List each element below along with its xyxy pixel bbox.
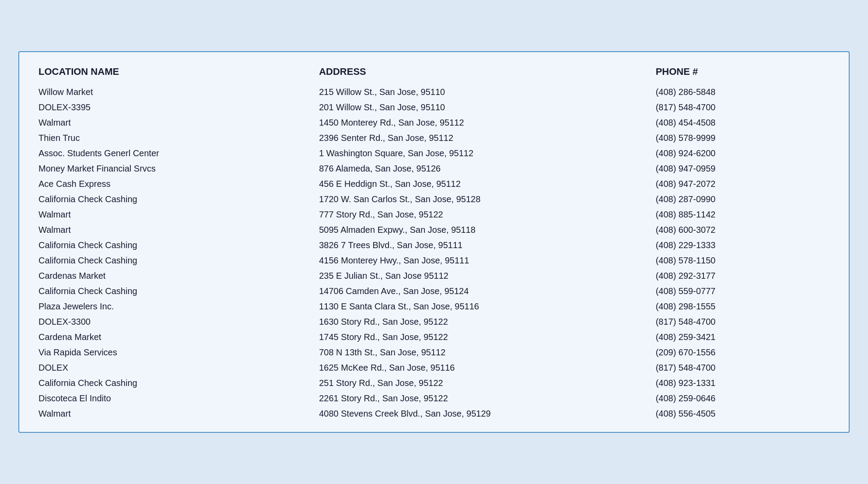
table-row: Assoc. Students Generl Center1 Washingto… (33, 146, 835, 161)
table-row: Walmart777 Story Rd., San Jose, 95122(40… (33, 207, 835, 222)
cell-phone: (817) 548-4700 (651, 314, 835, 330)
cell-location-name: California Check Cashing (33, 284, 314, 299)
cell-address: 1745 Story Rd., San Jose, 95122 (314, 330, 650, 345)
cell-phone: (408) 556-4505 (651, 406, 835, 421)
cell-address: 201 Willow St., San Jose, 95110 (314, 100, 650, 115)
table-row: Cardenas Market235 E Julian St., San Jos… (33, 268, 835, 284)
cell-location-name: DOLEX-3300 (33, 314, 314, 330)
cell-phone: (408) 578-9999 (651, 130, 835, 146)
cell-location-name: Walmart (33, 222, 314, 238)
cell-location-name: Plaza Jewelers Inc. (33, 299, 314, 314)
locations-table-container: LOCATION NAME ADDRESS PHONE # Willow Mar… (18, 51, 850, 433)
table-row: Via Rapida Services708 N 13th St., San J… (33, 345, 835, 360)
table-row: Money Market Financial Srvcs876 Alameda,… (33, 161, 835, 176)
cell-phone: (408) 298-1555 (651, 299, 835, 314)
cell-address: 4080 Stevens Creek Blvd., San Jose, 9512… (314, 406, 650, 421)
table-header-row: LOCATION NAME ADDRESS PHONE # (33, 63, 835, 84)
table-body: Willow Market215 Willow St., San Jose, 9… (33, 84, 835, 421)
cell-address: 1720 W. San Carlos St., San Jose, 95128 (314, 192, 650, 207)
table-row: DOLEX-33001630 Story Rd., San Jose, 9512… (33, 314, 835, 330)
cell-location-name: California Check Cashing (33, 238, 314, 253)
cell-location-name: Walmart (33, 115, 314, 130)
cell-address: 215 Willow St., San Jose, 95110 (314, 84, 650, 100)
cell-phone: (408) 259-3421 (651, 330, 835, 345)
table-row: Willow Market215 Willow St., San Jose, 9… (33, 84, 835, 100)
cell-address: 235 E Julian St., San Jose 95112 (314, 268, 650, 284)
cell-phone: (408) 559-0777 (651, 284, 835, 299)
cell-address: 876 Alameda, San Jose, 95126 (314, 161, 650, 176)
cell-address: 4156 Monterey Hwy., San Jose, 95111 (314, 253, 650, 268)
table-row: Walmart5095 Almaden Expwy., San Jose, 95… (33, 222, 835, 238)
cell-location-name: Ace Cash Express (33, 176, 314, 192)
cell-address: 1450 Monterey Rd., San Jose, 95112 (314, 115, 650, 130)
cell-phone: (817) 548-4700 (651, 360, 835, 375)
cell-address: 1 Washington Square, San Jose, 95112 (314, 146, 650, 161)
header-location-name: LOCATION NAME (33, 63, 314, 84)
cell-location-name: Assoc. Students Generl Center (33, 146, 314, 161)
cell-phone: (408) 923-1331 (651, 375, 835, 391)
cell-location-name: California Check Cashing (33, 375, 314, 391)
cell-location-name: Via Rapida Services (33, 345, 314, 360)
cell-location-name: Discoteca El Indito (33, 391, 314, 406)
locations-table: LOCATION NAME ADDRESS PHONE # Willow Mar… (33, 63, 835, 421)
cell-phone: (408) 259-0646 (651, 391, 835, 406)
cell-location-name: DOLEX-3395 (33, 100, 314, 115)
header-address: ADDRESS (314, 63, 650, 84)
cell-location-name: California Check Cashing (33, 192, 314, 207)
cell-address: 456 E Heddign St., San Jose, 95112 (314, 176, 650, 192)
cell-location-name: Cardena Market (33, 330, 314, 345)
cell-location-name: DOLEX (33, 360, 314, 375)
cell-address: 3826 7 Trees Blvd., San Jose, 95111 (314, 238, 650, 253)
cell-phone: (408) 947-2072 (651, 176, 835, 192)
cell-address: 251 Story Rd., San Jose, 95122 (314, 375, 650, 391)
cell-location-name: Thien Truc (33, 130, 314, 146)
table-row: California Check Cashing1720 W. San Carl… (33, 192, 835, 207)
cell-address: 777 Story Rd., San Jose, 95122 (314, 207, 650, 222)
cell-phone: (408) 924-6200 (651, 146, 835, 161)
table-row: Plaza Jewelers Inc.1130 E Santa Clara St… (33, 299, 835, 314)
cell-address: 1130 E Santa Clara St., San Jose, 95116 (314, 299, 650, 314)
table-row: California Check Cashing3826 7 Trees Blv… (33, 238, 835, 253)
table-row: DOLEX-3395201 Willow St., San Jose, 9511… (33, 100, 835, 115)
table-row: Ace Cash Express456 E Heddign St., San J… (33, 176, 835, 192)
cell-location-name: Money Market Financial Srvcs (33, 161, 314, 176)
table-row: Cardena Market1745 Story Rd., San Jose, … (33, 330, 835, 345)
table-row: Thien Truc2396 Senter Rd., San Jose, 951… (33, 130, 835, 146)
table-row: DOLEX1625 McKee Rd., San Jose, 95116(817… (33, 360, 835, 375)
cell-phone: (408) 885-1142 (651, 207, 835, 222)
cell-phone: (408) 947-0959 (651, 161, 835, 176)
cell-location-name: Cardenas Market (33, 268, 314, 284)
cell-phone: (817) 548-4700 (651, 100, 835, 115)
cell-location-name: California Check Cashing (33, 253, 314, 268)
cell-address: 1630 Story Rd., San Jose, 95122 (314, 314, 650, 330)
cell-phone: (408) 229-1333 (651, 238, 835, 253)
table-row: Walmart1450 Monterey Rd., San Jose, 9511… (33, 115, 835, 130)
cell-address: 14706 Camden Ave., San Jose, 95124 (314, 284, 650, 299)
cell-address: 2261 Story Rd., San Jose, 95122 (314, 391, 650, 406)
cell-address: 2396 Senter Rd., San Jose, 95112 (314, 130, 650, 146)
header-phone: PHONE # (651, 63, 835, 84)
table-row: California Check Cashing4156 Monterey Hw… (33, 253, 835, 268)
cell-phone: (209) 670-1556 (651, 345, 835, 360)
cell-phone: (408) 454-4508 (651, 115, 835, 130)
cell-phone: (408) 286-5848 (651, 84, 835, 100)
cell-address: 708 N 13th St., San Jose, 95112 (314, 345, 650, 360)
cell-phone: (408) 292-3177 (651, 268, 835, 284)
table-row: California Check Cashing251 Story Rd., S… (33, 375, 835, 391)
table-row: California Check Cashing14706 Camden Ave… (33, 284, 835, 299)
cell-address: 5095 Almaden Expwy., San Jose, 95118 (314, 222, 650, 238)
table-row: Discoteca El Indito2261 Story Rd., San J… (33, 391, 835, 406)
cell-location-name: Walmart (33, 207, 314, 222)
cell-location-name: Willow Market (33, 84, 314, 100)
cell-address: 1625 McKee Rd., San Jose, 95116 (314, 360, 650, 375)
table-row: Walmart4080 Stevens Creek Blvd., San Jos… (33, 406, 835, 421)
cell-phone: (408) 600-3072 (651, 222, 835, 238)
cell-phone: (408) 578-1150 (651, 253, 835, 268)
cell-location-name: Walmart (33, 406, 314, 421)
cell-phone: (408) 287-0990 (651, 192, 835, 207)
